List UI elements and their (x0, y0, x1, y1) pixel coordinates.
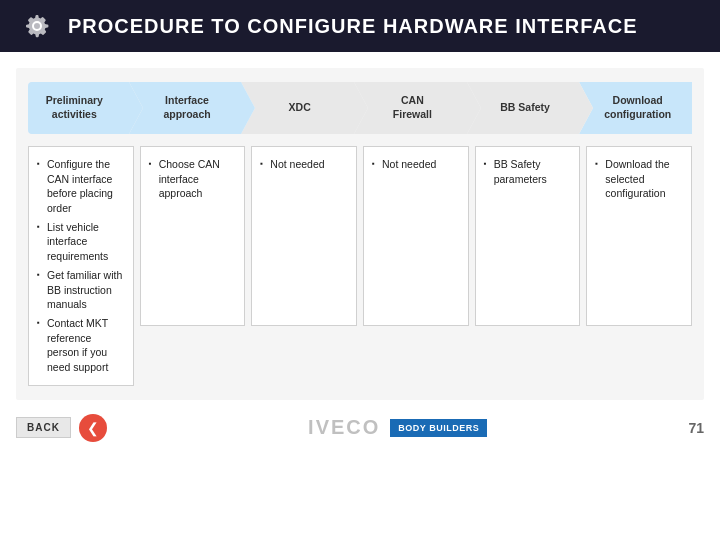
content-can-firewall: Not needed (363, 146, 469, 326)
back-button[interactable]: BACK (16, 417, 71, 438)
content-preliminary: Configure the CAN interface before placi… (28, 146, 134, 386)
header-title: PROCEDURE TO CONFIGURE HARDWARE INTERFAC… (68, 15, 638, 38)
interface-list: Choose CAN interface approach (149, 155, 237, 203)
list-item: Configure the CAN interface before placi… (37, 155, 125, 218)
steps-row: Preliminaryactivities Interfaceapproach … (28, 82, 692, 134)
step-preliminary-label: Preliminaryactivities (46, 94, 103, 121)
iveco-logo: IVECO (308, 416, 380, 439)
footer-left: BACK ❮ (16, 414, 107, 442)
page: PROCEDURE TO CONFIGURE HARDWARE INTERFAC… (0, 0, 720, 540)
step-bb-safety-label: BB Safety (500, 101, 550, 115)
footer: BACK ❮ IVECO BODY BUILDERS 71 (0, 404, 720, 442)
list-item: Contact MKT reference person if you need… (37, 314, 125, 377)
step-interface[interactable]: Interfaceapproach (129, 82, 242, 134)
list-item: Not needed (372, 155, 460, 174)
content-bb-safety: BB Safety parameters (475, 146, 581, 326)
list-item: Get familiar with BB instruction manuals (37, 266, 125, 314)
content-row: Configure the CAN interface before placi… (28, 146, 692, 386)
step-can-firewall[interactable]: CANFirewall (354, 82, 467, 134)
page-number: 71 (688, 420, 704, 436)
list-item: Download the selected configuration (595, 155, 683, 203)
step-xdc-label: XDC (289, 101, 311, 115)
header: PROCEDURE TO CONFIGURE HARDWARE INTERFAC… (0, 0, 720, 52)
logo-area: IVECO BODY BUILDERS (308, 416, 487, 439)
download-list: Download the selected configuration (595, 155, 683, 203)
list-item: Not needed (260, 155, 348, 174)
step-download[interactable]: Downloadconfiguration (579, 82, 692, 134)
step-bb-safety[interactable]: BB Safety (467, 82, 580, 134)
content-interface: Choose CAN interface approach (140, 146, 246, 326)
step-download-label: Downloadconfiguration (604, 94, 671, 121)
preliminary-list: Configure the CAN interface before placi… (37, 155, 125, 377)
back-chevron-button[interactable]: ❮ (79, 414, 107, 442)
can-firewall-list: Not needed (372, 155, 460, 174)
step-xdc[interactable]: XDC (241, 82, 354, 134)
list-item: BB Safety parameters (484, 155, 572, 188)
content-xdc: Not needed (251, 146, 357, 326)
step-can-firewall-label: CANFirewall (393, 94, 432, 121)
xdc-list: Not needed (260, 155, 348, 174)
list-item: Choose CAN interface approach (149, 155, 237, 203)
step-preliminary[interactable]: Preliminaryactivities (28, 82, 129, 134)
gear-icon (20, 9, 54, 43)
main-content: Preliminaryactivities Interfaceapproach … (16, 68, 704, 400)
step-interface-label: Interfaceapproach (163, 94, 210, 121)
content-download: Download the selected configuration (586, 146, 692, 326)
bb-safety-list: BB Safety parameters (484, 155, 572, 188)
list-item: List vehicle interface requirements (37, 218, 125, 266)
body-builders-logo: BODY BUILDERS (390, 419, 487, 437)
